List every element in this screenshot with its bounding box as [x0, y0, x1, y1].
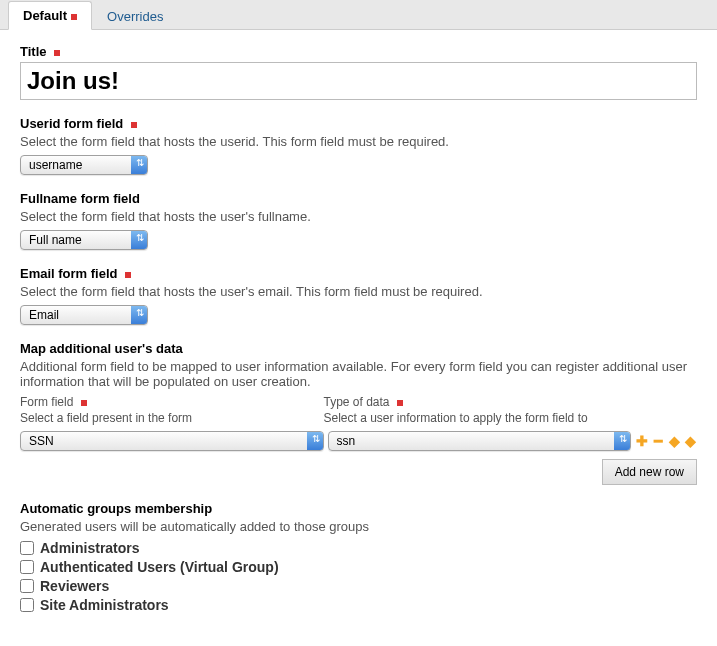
email-label: Email form field [20, 266, 697, 281]
required-marker-icon [131, 122, 137, 128]
tab-default[interactable]: Default [8, 1, 92, 30]
move-down-icon[interactable]: ◆ [683, 434, 697, 448]
group-checkbox[interactable] [20, 579, 34, 593]
map-type-select[interactable]: ssn [328, 431, 632, 451]
userid-block: Userid form field Select the form field … [20, 116, 697, 175]
title-label: Title [20, 44, 697, 59]
fullname-block: Fullname form field Select the form fiel… [20, 191, 697, 250]
map-block: Map additional user's data Additional fo… [20, 341, 697, 485]
group-list: Administrators Authenticated Users (Virt… [20, 540, 697, 613]
map-formfield-select[interactable]: SSN [20, 431, 324, 451]
groups-help: Generated users will be automatically ad… [20, 519, 697, 534]
group-checkbox[interactable] [20, 598, 34, 612]
map-data-row: SSN ssn ✚ ━ ◆ ◆ [20, 431, 697, 451]
email-help: Select the form field that hosts the use… [20, 284, 697, 299]
map-col2-help: Select a user information to apply the f… [324, 411, 620, 425]
userid-select[interactable]: username [20, 155, 148, 175]
group-item-site-administrators[interactable]: Site Administrators [20, 597, 697, 613]
group-item-label: Site Administrators [40, 597, 169, 613]
required-marker-icon [81, 400, 87, 406]
map-col1-label: Form field [20, 395, 316, 409]
required-marker-icon [54, 50, 60, 56]
userid-label: Userid form field [20, 116, 697, 131]
groups-block: Automatic groups membership Generated us… [20, 501, 697, 613]
title-input[interactable] [20, 62, 697, 100]
map-col-formfield: Form field Select a field present in the… [20, 395, 316, 431]
title-block: Title [20, 44, 697, 100]
fullname-select[interactable]: Full name [20, 230, 148, 250]
tabs-bar: Default Overrides [0, 0, 717, 30]
tab-default-label: Default [23, 8, 67, 23]
map-col1-help: Select a field present in the form [20, 411, 316, 425]
required-marker-icon [125, 272, 131, 278]
email-block: Email form field Select the form field t… [20, 266, 697, 325]
email-label-text: Email form field [20, 266, 118, 281]
group-item-label: Administrators [40, 540, 140, 556]
map-header-row: Form field Select a field present in the… [20, 395, 697, 431]
map-col-type: Type of data Select a user information t… [324, 395, 620, 431]
add-new-row-button[interactable]: Add new row [602, 459, 697, 485]
remove-icon[interactable]: ━ [651, 434, 665, 448]
group-checkbox[interactable] [20, 541, 34, 555]
fullname-help: Select the form field that hosts the use… [20, 209, 697, 224]
group-item-reviewers[interactable]: Reviewers [20, 578, 697, 594]
group-item-authenticated-users[interactable]: Authenticated Users (Virtual Group) [20, 559, 697, 575]
move-up-icon[interactable]: ◆ [667, 434, 681, 448]
userid-label-text: Userid form field [20, 116, 123, 131]
group-item-label: Reviewers [40, 578, 109, 594]
map-col1-label-text: Form field [20, 395, 73, 409]
title-label-text: Title [20, 44, 47, 59]
group-item-administrators[interactable]: Administrators [20, 540, 697, 556]
row-actions: ✚ ━ ◆ ◆ [635, 434, 697, 448]
fullname-label: Fullname form field [20, 191, 697, 206]
groups-label: Automatic groups membership [20, 501, 697, 516]
userid-help: Select the form field that hosts the use… [20, 134, 697, 149]
map-label: Map additional user's data [20, 341, 697, 356]
tab-overrides-label: Overrides [107, 9, 163, 24]
add-icon[interactable]: ✚ [635, 434, 649, 448]
required-marker-icon [397, 400, 403, 406]
map-help: Additional form field to be mapped to us… [20, 359, 697, 389]
map-col2-label-text: Type of data [324, 395, 390, 409]
email-select[interactable]: Email [20, 305, 148, 325]
group-checkbox[interactable] [20, 560, 34, 574]
tab-overrides[interactable]: Overrides [92, 2, 178, 30]
required-marker-icon [71, 14, 77, 20]
map-col2-label: Type of data [324, 395, 620, 409]
group-item-label: Authenticated Users (Virtual Group) [40, 559, 279, 575]
form-content: Title Userid form field Select the form … [0, 30, 717, 646]
